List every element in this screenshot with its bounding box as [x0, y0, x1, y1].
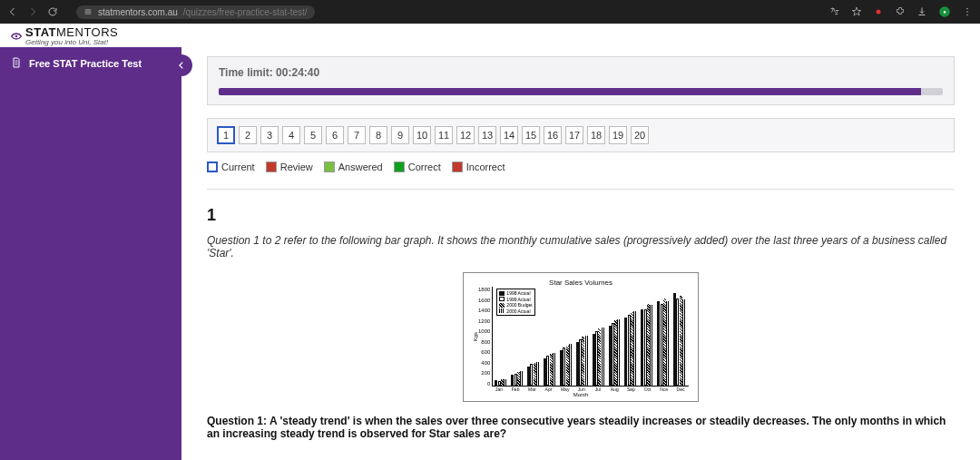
record-icon[interactable] [873, 6, 884, 17]
logo-name-light: MENTORS [56, 25, 118, 39]
question-nav-button[interactable]: 9 [391, 126, 409, 144]
question-nav-button[interactable]: 20 [631, 126, 649, 144]
url-host: statmentors.com.au [98, 7, 178, 17]
question-nav-button[interactable]: 7 [348, 126, 366, 144]
legend-swatch-review [266, 161, 277, 172]
bar [585, 336, 588, 386]
bar-group [673, 293, 687, 386]
chart-xlabel: Month [473, 392, 689, 397]
timer-label: Time limit: 00:24:40 [219, 66, 943, 79]
profile-icon[interactable]: ● [938, 5, 951, 18]
question-context: Question 1 to 2 refer to the following b… [207, 234, 955, 259]
sidebar-item-label: Free STAT Practice Test [29, 58, 142, 69]
question-nav-button[interactable]: 4 [282, 126, 300, 144]
logo-icon [9, 29, 22, 42]
question-prompt: Question 1: A 'steady trend' is when the… [207, 415, 955, 440]
sidebar-collapse-button[interactable] [171, 54, 192, 76]
bar-group [593, 328, 606, 386]
bar-group [495, 379, 508, 386]
question-nav-button[interactable]: 12 [456, 126, 475, 144]
svg-point-3 [877, 10, 881, 15]
svg-rect-1 [85, 12, 92, 13]
legend-label-incorrect: Incorrect [466, 161, 505, 172]
bar [617, 319, 620, 386]
question-nav-button[interactable]: 2 [239, 126, 257, 144]
question-nav: 1234567891011121314151617181920 [207, 118, 955, 152]
chart-yticks: 180016001400120010008006004002000 [478, 287, 492, 387]
star-icon[interactable] [851, 6, 862, 17]
back-icon[interactable] [7, 6, 18, 17]
bar [666, 301, 669, 386]
legend-label-answered: Answered [338, 161, 383, 172]
bar-group [657, 299, 671, 386]
question-nav-button[interactable]: 13 [478, 126, 496, 144]
legend-label-current: Current [221, 161, 255, 172]
document-icon [11, 56, 22, 71]
legend-swatch-answered [324, 161, 335, 172]
question-nav-button[interactable]: 5 [304, 126, 322, 144]
svg-rect-0 [85, 10, 92, 11]
question-number: 1 [207, 206, 955, 225]
site-info-icon[interactable] [83, 7, 93, 16]
question-nav-button[interactable]: 15 [522, 126, 540, 144]
question-nav-button[interactable]: 18 [587, 126, 605, 144]
chart-plot-area: 1998 Actual1999 Actual2000 Budget2000 Ac… [492, 287, 689, 387]
url-path: /quizzes/free-practice-stat-test/ [183, 7, 308, 17]
logo-name-bold: STAT [25, 25, 56, 39]
sidebar: Free STAT Practice Test [0, 47, 181, 460]
question-nav-button[interactable]: 10 [413, 126, 431, 144]
svg-rect-2 [85, 14, 92, 15]
question-nav-button[interactable]: 8 [369, 126, 387, 144]
legend-swatch-correct [394, 161, 405, 172]
question-nav-button[interactable]: 16 [544, 126, 562, 144]
bar [602, 328, 604, 386]
bar [520, 371, 523, 386]
question-nav-button[interactable]: 19 [609, 126, 627, 144]
chart-ylabel: Kgs [473, 332, 478, 341]
question-nav-button[interactable]: 3 [260, 126, 279, 144]
app-header: STATMENTORS Getting you into Uni, Stat! [0, 24, 980, 47]
sidebar-item-quiz[interactable]: Free STAT Practice Test [0, 47, 181, 80]
bar-group [624, 311, 638, 386]
question-nav-button[interactable]: 11 [435, 126, 453, 144]
extensions-icon[interactable] [895, 6, 906, 17]
question-nav-button[interactable]: 14 [500, 126, 518, 144]
bar-group [576, 336, 590, 386]
chart-title: Star Sales Volumes [473, 279, 689, 287]
bar [682, 299, 685, 386]
browser-toolbar: statmentors.com.au/quizzes/free-practice… [0, 0, 980, 24]
forward-icon[interactable] [27, 6, 38, 17]
chart-figure: Star Sales Volumes Kgs 18001600140012001… [463, 272, 699, 402]
legend-row: Current Review Answered Correct Incorrec… [207, 161, 955, 172]
legend-swatch-incorrect [452, 161, 463, 172]
question-nav-button[interactable]: 6 [326, 126, 344, 144]
bar-group [641, 304, 654, 386]
menu-icon[interactable] [962, 6, 973, 17]
question-nav-button[interactable]: 1 [217, 126, 235, 144]
logo-tagline: Getting you into Uni, Stat! [25, 39, 118, 46]
legend-label-review: Review [280, 161, 313, 172]
divider [207, 189, 955, 190]
translate-icon[interactable] [829, 6, 840, 17]
question-nav-button[interactable]: 17 [565, 126, 583, 144]
bar [650, 305, 652, 386]
svg-point-8 [966, 15, 968, 16]
svg-point-7 [966, 11, 968, 13]
reload-icon[interactable] [47, 6, 58, 17]
chart-legend: 1998 Actual1999 Actual2000 Budget2000 Ac… [496, 289, 534, 316]
download-icon[interactable] [916, 6, 927, 17]
bar-group [527, 362, 541, 386]
legend-swatch-current [207, 161, 218, 172]
bar-group [609, 319, 622, 386]
svg-text:●: ● [943, 9, 946, 15]
bar-group [560, 344, 573, 386]
timer-box: Time limit: 00:24:40 [207, 56, 955, 105]
address-bar[interactable]: statmentors.com.au/quizzes/free-practice… [76, 5, 315, 19]
timer-progress [219, 88, 943, 95]
bar [553, 353, 555, 386]
svg-point-6 [966, 8, 968, 10]
bar [569, 344, 572, 386]
bar-group [544, 353, 557, 386]
bar [633, 311, 636, 386]
legend-label-correct: Correct [408, 161, 441, 172]
